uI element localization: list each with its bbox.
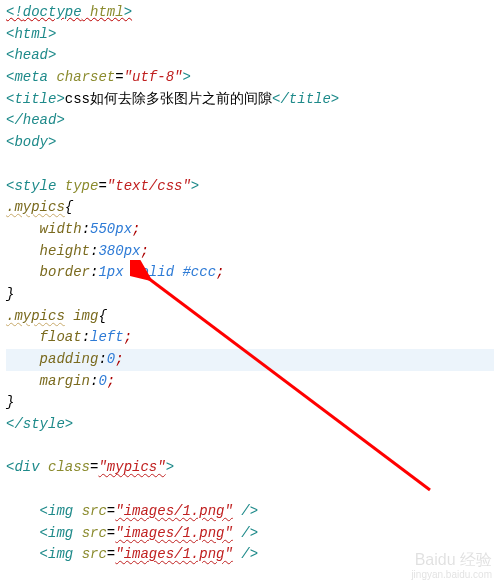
code-line: <meta charset="utf-8"> <box>6 67 494 89</box>
blank-line <box>6 479 494 501</box>
code-line: <style type="text/css"> <box>6 176 494 198</box>
code-line: margin:0; <box>6 371 494 393</box>
code-line: <!doctype html> <box>6 2 494 24</box>
code-line: .mypics img{ <box>6 306 494 328</box>
code-line: border:1px solid #ccc; <box>6 262 494 284</box>
code-line: width:550px; <box>6 219 494 241</box>
code-line: .mypics{ <box>6 197 494 219</box>
watermark: Baidu 经验 jingyan.baidu.com <box>411 551 492 580</box>
code-line: } <box>6 284 494 306</box>
code-line: float:left; <box>6 327 494 349</box>
highlighted-line: padding:0; <box>6 349 494 371</box>
blank-line <box>6 436 494 458</box>
code-line: <div class="mypics"> <box>6 457 494 479</box>
code-line: <img src="images/1.png" /> <box>6 501 494 523</box>
watermark-main: Baidu 经验 <box>415 551 492 568</box>
code-line: <body> <box>6 132 494 154</box>
code-line: </head> <box>6 110 494 132</box>
code-line: <img src="images/1.png" /> <box>6 523 494 545</box>
code-editor[interactable]: <!doctype html> <html> <head> <meta char… <box>6 2 494 586</box>
code-line: <title>css如何去除多张图片之前的间隙</title> <box>6 89 494 111</box>
watermark-sub: jingyan.baidu.com <box>411 569 492 580</box>
code-line: } <box>6 392 494 414</box>
blank-line <box>6 154 494 176</box>
code-line: <head> <box>6 45 494 67</box>
code-line: </style> <box>6 414 494 436</box>
code-line: <html> <box>6 24 494 46</box>
code-line: height:380px; <box>6 241 494 263</box>
